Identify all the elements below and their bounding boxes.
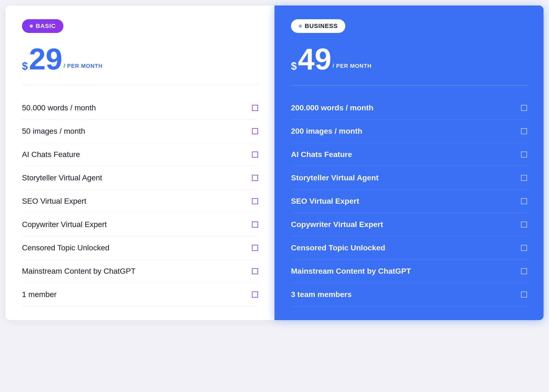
business-feature-checkbox[interactable]	[521, 292, 527, 298]
business-feature-item: Mainstream Content by ChatGPT	[291, 260, 527, 283]
basic-feature-label: 1 member	[22, 290, 57, 299]
business-feature-checkbox[interactable]	[521, 198, 527, 204]
basic-price-period: / PER MONTH	[64, 63, 103, 69]
business-feature-item: Copywriter Virtual Expert	[291, 213, 527, 236]
basic-feature-item: 50 images / month	[22, 120, 258, 143]
basic-feature-checkbox[interactable]	[252, 105, 258, 111]
business-feature-checkbox[interactable]	[521, 175, 527, 181]
pricing-container: BASIC $ 29 / PER MONTH 50.000 words / mo…	[5, 5, 544, 320]
basic-feature-checkbox[interactable]	[252, 268, 258, 274]
business-feature-item: Censored Topic Unlocked	[291, 236, 527, 260]
basic-feature-checkbox[interactable]	[252, 198, 258, 204]
business-feature-label: 200.000 words / month	[291, 103, 373, 112]
basic-plan-badge: BASIC	[22, 19, 63, 33]
basic-feature-checkbox[interactable]	[252, 245, 258, 251]
business-feature-label: AI Chats Feature	[291, 150, 352, 159]
business-feature-checkbox[interactable]	[521, 128, 527, 134]
business-divider	[291, 85, 527, 85]
basic-price-dollar: $	[22, 61, 28, 71]
basic-badge-label: BASIC	[36, 23, 56, 30]
business-price-period: / PER MONTH	[333, 63, 372, 69]
basic-feature-item: Copywriter Virtual Expert	[22, 213, 258, 236]
business-price-dollar: $	[291, 61, 297, 71]
business-feature-label: 3 team members	[291, 290, 352, 299]
business-price-section: $ 49 / PER MONTH	[291, 44, 527, 74]
basic-feature-label: Censored Topic Unlocked	[22, 243, 110, 252]
business-feature-checkbox[interactable]	[521, 268, 527, 274]
basic-feature-checkbox[interactable]	[252, 222, 258, 228]
basic-price-amount: 29	[29, 44, 62, 74]
business-badge-dot	[299, 24, 302, 28]
basic-feature-item: 1 member	[22, 283, 258, 306]
basic-feature-label: 50 images / month	[22, 127, 85, 136]
business-feature-label: Copywriter Virtual Expert	[291, 220, 383, 229]
business-feature-item: AI Chats Feature	[291, 143, 527, 166]
business-price-amount: 49	[298, 44, 331, 74]
basic-price-section: $ 29 / PER MONTH	[22, 44, 258, 74]
basic-feature-label: AI Chats Feature	[22, 150, 80, 159]
business-feature-item: 200 images / month	[291, 120, 527, 143]
basic-feature-item: AI Chats Feature	[22, 143, 258, 166]
business-feature-item: SEO Virtual Expert	[291, 190, 527, 213]
business-feature-item: Storyteller Virtual Agent	[291, 166, 527, 190]
basic-feature-checkbox[interactable]	[252, 292, 258, 298]
business-feature-label: 200 images / month	[291, 127, 362, 136]
business-feature-checkbox[interactable]	[521, 222, 527, 228]
business-feature-label: Censored Topic Unlocked	[291, 243, 385, 252]
business-feature-list: 200.000 words / month 200 images / month…	[291, 96, 527, 306]
business-feature-checkbox[interactable]	[521, 152, 527, 158]
basic-feature-item: Censored Topic Unlocked	[22, 236, 258, 260]
business-badge-label: BUSINESS	[305, 23, 338, 30]
basic-feature-label: Storyteller Virtual Agent	[22, 173, 102, 182]
business-plan-card: BUSINESS $ 49 / PER MONTH 200.000 words …	[274, 5, 544, 320]
basic-feature-list: 50.000 words / month 50 images / month A…	[22, 96, 258, 306]
basic-feature-label: 50.000 words / month	[22, 103, 96, 112]
business-feature-label: Storyteller Virtual Agent	[291, 173, 379, 182]
business-feature-item: 200.000 words / month	[291, 96, 527, 120]
business-feature-checkbox[interactable]	[521, 245, 527, 251]
basic-feature-checkbox[interactable]	[252, 128, 258, 134]
business-feature-item: 3 team members	[291, 283, 527, 306]
basic-feature-label: SEO Virtual Expert	[22, 197, 86, 206]
basic-feature-item: SEO Virtual Expert	[22, 190, 258, 213]
business-plan-badge: BUSINESS	[291, 19, 345, 33]
basic-badge-dot	[30, 24, 33, 28]
basic-feature-checkbox[interactable]	[252, 152, 258, 158]
basic-feature-label: Mainstream Content by ChatGPT	[22, 267, 136, 276]
business-feature-checkbox[interactable]	[521, 105, 527, 111]
basic-plan-card: BASIC $ 29 / PER MONTH 50.000 words / mo…	[5, 5, 274, 320]
business-feature-label: Mainstream Content by ChatGPT	[291, 267, 411, 276]
basic-divider	[22, 85, 258, 85]
basic-feature-item: Mainstream Content by ChatGPT	[22, 260, 258, 283]
basic-feature-item: Storyteller Virtual Agent	[22, 166, 258, 190]
basic-feature-label: Copywriter Virtual Expert	[22, 220, 107, 229]
business-feature-label: SEO Virtual Expert	[291, 197, 359, 206]
basic-feature-item: 50.000 words / month	[22, 96, 258, 120]
basic-feature-checkbox[interactable]	[252, 175, 258, 181]
